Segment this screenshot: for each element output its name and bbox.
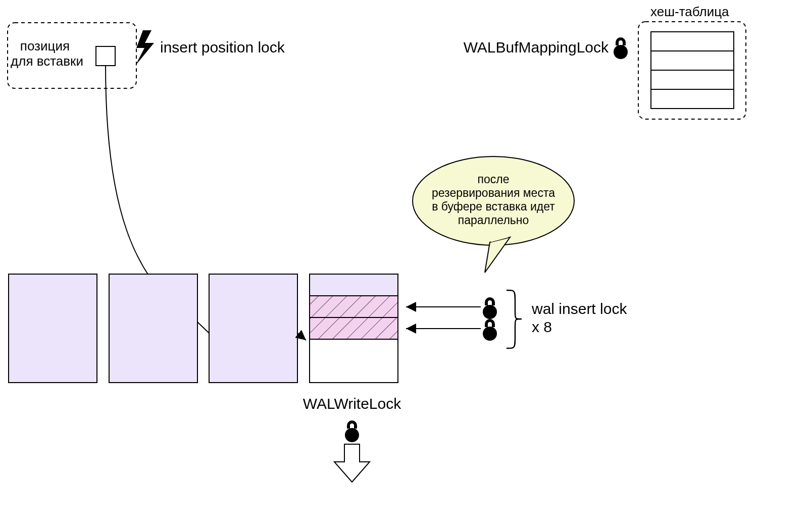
callout-line3: в буфере вставка идет (432, 200, 555, 213)
curly-brace (507, 290, 522, 348)
svg-point-8 (614, 45, 628, 59)
insert-position-small-box (96, 46, 115, 66)
wal-insert-lock-2 (483, 319, 497, 341)
svg-rect-5 (651, 51, 734, 70)
svg-rect-4 (651, 32, 734, 51)
link-3-4-arrow (297, 333, 306, 340)
walwrite-lock-icon (345, 420, 359, 442)
callout-line2: резервирования места (432, 186, 555, 199)
walbuf-lock-icon (614, 37, 628, 59)
wal-insert-lock-line1: wal insert lock (531, 300, 627, 317)
hash-table-box (638, 22, 746, 119)
wal-insert-lock-1 (483, 297, 497, 319)
svg-rect-6 (651, 70, 734, 89)
insert-position-box: позиция для вставки (8, 23, 136, 88)
wal-insert-lock-line2: x 8 (532, 318, 552, 335)
link-2-3 (197, 322, 209, 333)
svg-rect-11 (310, 339, 398, 383)
buffer-pages (9, 274, 398, 383)
hash-table-label: хеш-таблица (650, 4, 729, 19)
callout-balloon: после резервирования места в буфере вста… (413, 156, 574, 273)
svg-rect-10 (310, 274, 398, 296)
insert-position-label-line2: для вставки (11, 54, 83, 69)
buffer-page-1 (9, 274, 97, 383)
svg-point-14 (345, 428, 359, 442)
buffer-page-4 (310, 274, 398, 383)
down-arrow (334, 444, 370, 482)
lightning-icon (135, 30, 154, 66)
svg-point-13 (483, 327, 497, 341)
buffer-page-3 (209, 274, 297, 383)
svg-rect-7 (651, 89, 734, 109)
walwrite-label: WALWriteLock (303, 395, 401, 412)
insert-position-lock-label: insert position lock (160, 39, 285, 56)
buffer-page-4-stripe-1 (310, 296, 398, 317)
callout-line4: параллельно (458, 214, 529, 227)
buffer-page-2 (109, 274, 197, 383)
callout-line1: после (478, 173, 510, 186)
insert-position-label-line1: позиция (20, 38, 70, 54)
svg-point-12 (483, 305, 497, 319)
buffer-page-4-stripe-2 (310, 317, 398, 339)
walbuf-label: WALBufMappingLock (464, 39, 609, 56)
